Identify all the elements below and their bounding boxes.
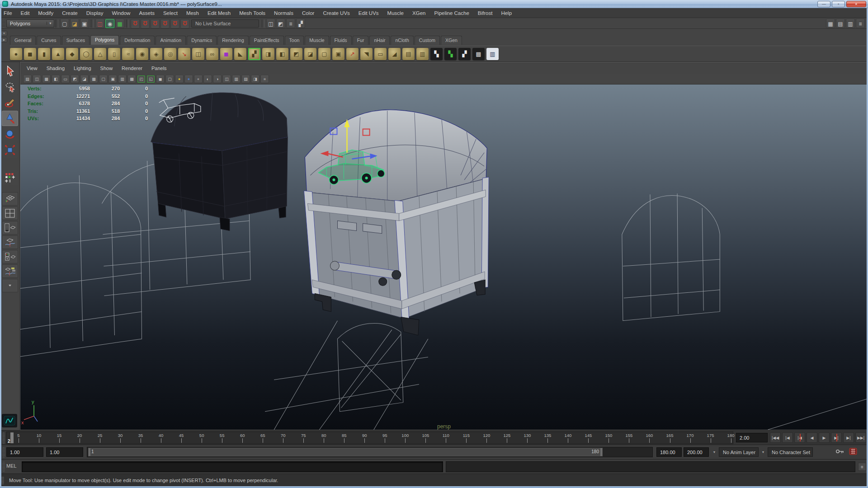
help-line-grip[interactable]	[1, 476, 4, 484]
animation-end-field[interactable]: 200.00	[684, 447, 709, 457]
range-slider-grip[interactable]	[2, 447, 5, 457]
hypershade-icon[interactable]: ▞	[296, 19, 305, 28]
playback-start-field[interactable]: 1.00	[46, 447, 83, 457]
poly-cube-icon[interactable]: ◼	[24, 48, 36, 60]
render-current-frame-icon[interactable]: ◫	[266, 19, 275, 28]
step-back-frame-button[interactable]: |◀	[782, 432, 793, 443]
grease-pencil-icon[interactable]: ◪	[80, 75, 89, 83]
uv-checker-cross-icon[interactable]: ▞	[458, 48, 471, 60]
motion-blur-icon[interactable]: ◫	[222, 75, 231, 83]
layout-outliner-perspective-button[interactable]	[2, 221, 18, 235]
gate-mask-icon[interactable]: ▥	[118, 75, 127, 83]
shelf-tab[interactable]: Curves	[37, 36, 61, 45]
menu-item[interactable]: Modify	[38, 10, 53, 16]
last-tool-used-icon[interactable]	[2, 170, 18, 185]
play-forwards-button[interactable]: ▶	[819, 432, 830, 443]
poly-soccer-ball-icon[interactable]: ◉	[136, 48, 148, 60]
shelf-tab[interactable]: Muscle	[305, 36, 329, 45]
selection-mode-dropdown[interactable]: Polygons ▼	[6, 19, 54, 28]
fill-mode-icon[interactable]: ◼	[156, 75, 165, 83]
status-separator[interactable]	[56, 19, 58, 28]
camera-attributes-icon[interactable]: ▦	[42, 75, 51, 83]
paint-select-tool-icon[interactable]	[2, 95, 18, 110]
character-set-dropdown-arrow[interactable]: ▼	[760, 449, 767, 456]
menu-item[interactable]: Normals	[274, 10, 293, 16]
menu-item[interactable]: Assets	[139, 10, 155, 16]
poly-cylinder-icon[interactable]: ▮	[38, 48, 50, 60]
maya-logo-icon[interactable]	[2, 414, 17, 427]
grid-icon[interactable]: ▦	[90, 75, 98, 83]
shelf-tab[interactable]: Fur	[353, 36, 369, 45]
current-frame-marker[interactable]	[10, 432, 14, 443]
select-camera-icon[interactable]: ▤	[23, 75, 32, 83]
step-back-key-button[interactable]: |◀	[794, 432, 805, 443]
layout-four-view-button[interactable]	[2, 206, 18, 220]
extract-icon[interactable]: ◩	[290, 48, 302, 60]
attribute-editor-toggle-icon[interactable]: ▤	[836, 19, 845, 28]
layout-more-dropdown-button[interactable]	[2, 279, 18, 292]
shelf-tab[interactable]: XGen	[441, 36, 462, 45]
pan-zoom-2d-icon[interactable]: ◩	[71, 75, 79, 83]
snap-to-projected-center-icon[interactable]: Ω	[160, 19, 170, 28]
shelf-tab[interactable]: Dynamics	[187, 36, 217, 45]
all-lights-icon[interactable]: ●	[194, 75, 203, 83]
play-backwards-button[interactable]: ◀	[807, 432, 817, 443]
bevel-icon[interactable]: ◥	[360, 48, 373, 60]
image-plane-icon[interactable]: ▭	[61, 75, 70, 83]
wireframe-icon[interactable]: ▢	[165, 75, 174, 83]
poly-helix-icon[interactable]: ≈	[122, 48, 134, 60]
restore-button[interactable]: ▫	[832, 1, 845, 7]
quad-draw-icon[interactable]: ↘	[178, 48, 190, 60]
mel-results-field[interactable]	[446, 461, 855, 472]
poly-pyramid-icon[interactable]: △	[94, 48, 106, 60]
new-scene-icon[interactable]: ▢	[60, 19, 69, 28]
animation-start-field[interactable]: 1.00	[6, 447, 43, 457]
menu-item[interactable]: Create	[62, 10, 78, 16]
shelf-tab[interactable]: nHair	[369, 36, 390, 45]
time-slider-grip[interactable]	[2, 432, 5, 444]
status-line-grip[interactable]	[2, 19, 5, 27]
command-line-grip[interactable]	[2, 462, 5, 472]
snap-to-point-icon[interactable]: Ω	[151, 19, 160, 28]
film-gate-icon[interactable]: ▢	[99, 75, 108, 83]
shelf-item-menu-button[interactable]: ▶	[1, 37, 7, 42]
shelf-tab[interactable]: Custom	[415, 36, 440, 45]
safe-title-icon[interactable]: ◱	[146, 75, 155, 83]
layout-single-perspective-button[interactable]	[2, 192, 18, 206]
wedge-icon[interactable]: ◢	[388, 48, 401, 60]
separate-icon[interactable]: ◧	[276, 48, 288, 60]
layout-hypershade-perspective-button[interactable]	[2, 250, 18, 263]
modeling-toolkit-toggle-icon[interactable]: ▦	[826, 19, 835, 28]
poly-cone-icon[interactable]: ▲	[52, 48, 64, 60]
shelf-tab[interactable]: Fluids	[330, 36, 352, 45]
range-slider-track[interactable]: 1 180	[87, 447, 653, 457]
panel-menu-item[interactable]: Renderer	[122, 66, 142, 71]
sculpt-tool-icon[interactable]: ◎	[164, 48, 176, 60]
safe-action-icon[interactable]: ◰	[137, 75, 146, 83]
textured-mode-icon[interactable]: ●	[184, 75, 193, 83]
move-tool-icon[interactable]	[2, 111, 18, 126]
poly-plane-icon[interactable]: ◆	[66, 48, 78, 60]
script-editor-icon[interactable]: ≡	[858, 463, 866, 471]
anim-layer-field[interactable]: No Anim Layer	[719, 447, 759, 457]
reduce-icon[interactable]: ▣	[332, 48, 344, 60]
set-key-icon[interactable]	[835, 448, 844, 455]
lasso-tool-icon[interactable]	[2, 79, 18, 94]
status-separator[interactable]	[91, 19, 94, 28]
range-end-handle[interactable]	[600, 448, 602, 456]
scene-canvas[interactable]: persp x y	[20, 84, 868, 430]
shelf-menu-button[interactable]: ▼	[1, 31, 7, 36]
bookmark-icon[interactable]: ◧	[52, 75, 60, 83]
status-separator[interactable]	[126, 19, 129, 28]
combine-icon[interactable]: ◨	[262, 48, 274, 60]
go-to-start-button[interactable]: |◀◀	[770, 432, 781, 443]
uv-checker-icon[interactable]: ▚	[430, 48, 443, 60]
menu-item[interactable]: Help	[501, 10, 512, 16]
minimize-button[interactable]: —	[817, 1, 830, 7]
menu-item[interactable]: XGen	[412, 10, 425, 16]
select-tool-icon[interactable]	[2, 63, 18, 79]
menu-item[interactable]: Mesh Tools	[239, 10, 265, 16]
xray-icon[interactable]: ▤	[241, 75, 250, 83]
open-scene-icon[interactable]: ◪	[70, 19, 79, 28]
viewport-3d-scene[interactable]: persp x y Verts: 5958	[20, 84, 868, 430]
